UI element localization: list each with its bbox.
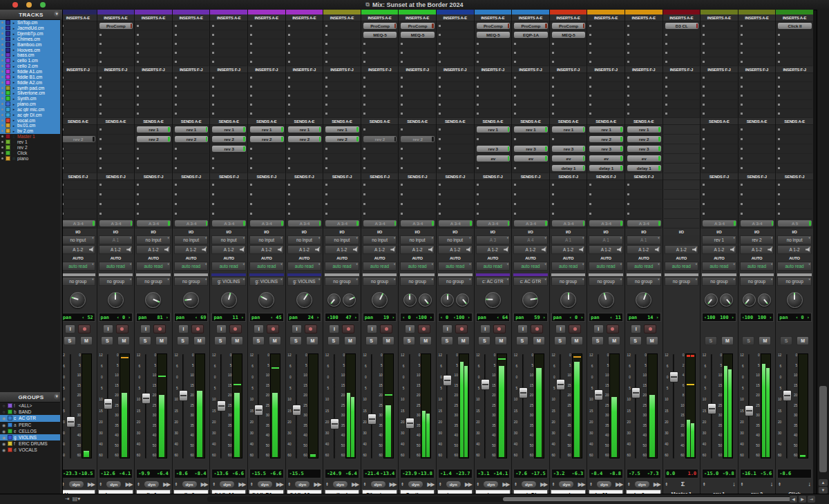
group-list-item[interactable]: ◉gVIOLINS bbox=[0, 434, 62, 440]
solo-button[interactable]: S bbox=[327, 336, 340, 345]
send-button[interactable]: A 3-4 bbox=[288, 220, 322, 226]
solo-button[interactable]: S bbox=[441, 336, 453, 345]
pan-display[interactable]: pan‹ 64 bbox=[476, 313, 511, 322]
track-show-dot[interactable] bbox=[1, 152, 3, 154]
dyn-button[interactable]: dyn bbox=[333, 481, 347, 487]
scroll-right-icon[interactable]: ▶ bbox=[799, 496, 806, 503]
pan-knob[interactable] bbox=[636, 292, 651, 308]
group-selector[interactable]: no group▾ bbox=[627, 277, 661, 286]
horizontal-scroll-thumb[interactable] bbox=[503, 497, 797, 501]
pan-display[interactable]: pan24 › bbox=[287, 313, 322, 322]
solo-button[interactable]: S bbox=[64, 336, 76, 345]
send-button[interactable]: delay 1 bbox=[552, 165, 586, 171]
fader-cap[interactable] bbox=[443, 375, 452, 386]
group-active-icon[interactable]: ◉ bbox=[1, 416, 6, 420]
pan-knob[interactable] bbox=[183, 292, 199, 308]
track-list-item[interactable]: ▸piano.cm bbox=[0, 101, 62, 107]
track-show-dot[interactable] bbox=[1, 43, 3, 46]
record-enable-button[interactable] bbox=[267, 324, 279, 333]
send-button[interactable]: A 3-4 bbox=[137, 220, 171, 226]
group-active-icon[interactable]: ○ bbox=[1, 410, 6, 414]
output-selector[interactable]: A 1-2▾ bbox=[99, 245, 133, 254]
output-selector[interactable]: A 1-2▾ bbox=[174, 245, 209, 254]
voice-stepper-icon[interactable]: ▲▼ bbox=[212, 482, 215, 487]
input-monitor-button[interactable]: I bbox=[140, 324, 151, 333]
pan-display[interactable]: ‹100100 › bbox=[702, 313, 736, 322]
send-button[interactable]: rev 1 bbox=[325, 126, 359, 133]
track-show-dot[interactable] bbox=[1, 87, 3, 89]
output-selector[interactable]: A 1-2▾ bbox=[400, 245, 435, 254]
send-button[interactable]: rev 2 bbox=[627, 136, 661, 142]
send-button[interactable]: rev 1 bbox=[288, 126, 322, 133]
sidebar-scrollbar[interactable] bbox=[60, 19, 62, 494]
insert-button[interactable]: MEQ-5 bbox=[552, 32, 586, 38]
group-selector[interactable]: no group▾ bbox=[400, 277, 435, 286]
group-selector[interactable]: no group▾ bbox=[777, 277, 812, 286]
solo-button[interactable]: S bbox=[252, 336, 265, 345]
voice-stepper-icon[interactable]: ▲▼ bbox=[175, 482, 178, 487]
mute-button[interactable]: M bbox=[231, 336, 243, 345]
input-monitor-button[interactable]: I bbox=[480, 324, 490, 333]
send-button[interactable]: rev 2 bbox=[250, 136, 284, 142]
automation-mode-selector[interactable]: auto read▾ bbox=[513, 262, 548, 271]
track-list-item[interactable]: ▸bass.cm bbox=[0, 52, 62, 58]
volume-fader[interactable] bbox=[368, 351, 377, 465]
input-monitor-button[interactable]: I bbox=[593, 324, 604, 333]
mute-button[interactable]: M bbox=[193, 336, 206, 345]
volume-fader[interactable] bbox=[216, 351, 226, 465]
send-button[interactable]: rev 1 bbox=[175, 126, 209, 133]
send-button[interactable]: A 3-4 bbox=[589, 220, 623, 226]
insert-button[interactable]: ProComp bbox=[514, 23, 548, 29]
group-list-item[interactable]: ◉fERIC DRUMS bbox=[0, 440, 62, 447]
fader-cap[interactable] bbox=[519, 387, 528, 398]
fader-flip-icon[interactable]: ▶▶ bbox=[352, 481, 359, 487]
input-monitor-button[interactable]: I bbox=[367, 324, 377, 333]
track-list-item[interactable]: ▸DjembTp.cm bbox=[0, 31, 62, 37]
record-enable-button[interactable] bbox=[607, 324, 619, 333]
automation-mode-selector[interactable]: auto read▾ bbox=[249, 262, 284, 271]
output-selector[interactable]: A 1-2▾ bbox=[249, 245, 284, 254]
send-button[interactable]: A 3-4 bbox=[99, 220, 133, 226]
automation-mode-selector[interactable]: auto read▾ bbox=[438, 262, 473, 271]
fader-cap[interactable] bbox=[142, 393, 151, 404]
tracks-panel-menu-icon[interactable]: ▾ bbox=[54, 11, 60, 17]
volume-fader[interactable] bbox=[631, 351, 641, 465]
send-button[interactable]: rev 2 bbox=[363, 136, 397, 142]
mute-button[interactable]: M bbox=[419, 336, 432, 345]
group-selector[interactable]: no group▾ bbox=[438, 277, 473, 286]
automation-mode-selector[interactable]: auto read▾ bbox=[665, 262, 699, 271]
send-button[interactable]: rev 3 bbox=[589, 146, 623, 152]
solo-button[interactable]: S bbox=[177, 336, 189, 345]
input-selector[interactable]: no input▾ bbox=[287, 235, 322, 244]
solo-button[interactable]: S bbox=[101, 336, 113, 345]
pan-knob[interactable] bbox=[108, 292, 124, 308]
group-list-item[interactable]: ◉cAC GTR bbox=[0, 415, 62, 421]
input-monitor-button[interactable]: I bbox=[216, 324, 227, 333]
voice-stepper-icon[interactable]: ▲▼ bbox=[627, 482, 630, 487]
pan-knob[interactable] bbox=[456, 293, 469, 307]
voice-stepper-icon[interactable]: ▲▼ bbox=[401, 482, 403, 487]
input-monitor-button[interactable]: I bbox=[292, 324, 302, 333]
pan-display[interactable]: pan‹ 0 › bbox=[99, 313, 133, 322]
dyn-button[interactable]: dyn bbox=[69, 481, 84, 487]
insert-button[interactable]: MEQ-5 bbox=[477, 32, 511, 38]
scroll-up-icon[interactable]: ▲ bbox=[819, 479, 828, 486]
send-button[interactable]: ev bbox=[477, 155, 511, 162]
track-list-item[interactable]: ▸Hooves.cm bbox=[0, 47, 62, 52]
send-button[interactable]: rev 3 bbox=[477, 146, 511, 152]
track-show-dot[interactable] bbox=[1, 81, 3, 84]
input-monitor-button[interactable]: I bbox=[631, 324, 641, 333]
volume-fader[interactable] bbox=[179, 351, 189, 465]
automation-mode-selector[interactable]: auto read▾ bbox=[702, 262, 736, 271]
group-selector[interactable]: c: AC GTR▾ bbox=[476, 277, 511, 286]
group-selector[interactable]: no group▾ bbox=[589, 277, 623, 286]
fader-cap[interactable] bbox=[556, 379, 565, 390]
volume-fader[interactable] bbox=[66, 351, 75, 465]
input-selector[interactable]: no input▾ bbox=[174, 235, 209, 244]
track-list-item[interactable]: ↓Click bbox=[0, 150, 62, 155]
insert-button[interactable]: ProComp bbox=[552, 23, 586, 29]
track-list-item[interactable]: ▸cello 1.cm bbox=[0, 58, 62, 64]
volume-fader[interactable] bbox=[141, 351, 151, 465]
send-button[interactable]: rev 3 bbox=[212, 146, 246, 152]
record-enable-button[interactable] bbox=[229, 324, 242, 333]
